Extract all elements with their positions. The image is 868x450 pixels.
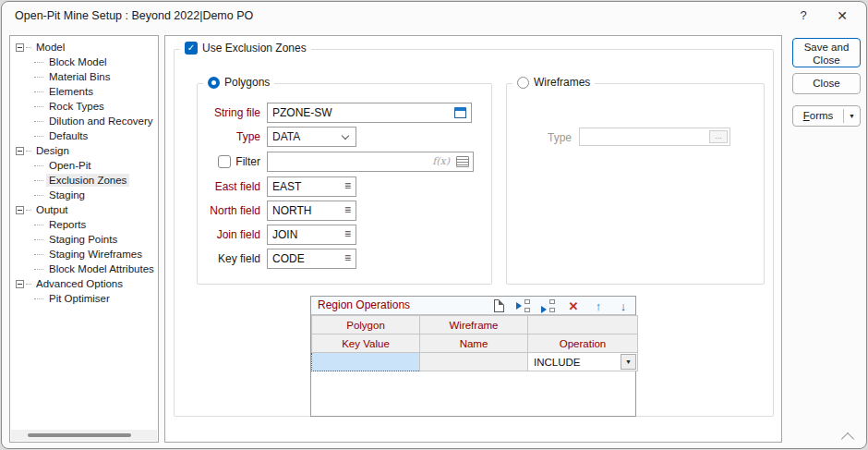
- move-up-icon[interactable]: ↑: [591, 298, 606, 313]
- tree-connector: [34, 91, 43, 92]
- scrollbar-thumb[interactable]: [28, 433, 131, 437]
- close-button[interactable]: Close: [792, 73, 861, 94]
- filter-label: Filter: [235, 152, 260, 172]
- tree-item-label: Elements: [46, 85, 96, 98]
- tree-item-label: Block Model Attributes: [46, 262, 157, 275]
- tree-item-block-model-attributes[interactable]: Block Model Attributes: [10, 261, 158, 276]
- polygons-legend[interactable]: Polygons: [203, 76, 274, 89]
- field-picker-icon[interactable]: ≡: [344, 227, 351, 240]
- key-value-cell[interactable]: [312, 353, 420, 371]
- tree-item-label: Staging: [46, 189, 88, 201]
- key-field-label: Key field: [198, 249, 260, 269]
- tree-item-rock-types[interactable]: Rock Types: [10, 99, 158, 114]
- insert-row-after-icon[interactable]: [541, 298, 556, 313]
- title-bar: Open-Pit Mine Setup : Beyond 2022|Demo P…: [2, 2, 866, 30]
- wireframes-radio[interactable]: [517, 77, 529, 89]
- tree-item-model[interactable]: Model: [10, 40, 158, 55]
- table-row: INCLUDE ▼: [312, 353, 638, 371]
- browse-window-icon[interactable]: [454, 107, 466, 118]
- wireframes-type-label: Type: [516, 128, 572, 148]
- tree-item-output[interactable]: Output: [10, 202, 158, 217]
- tree-connector: [34, 165, 43, 166]
- tree-item-elements[interactable]: Elements: [10, 84, 158, 99]
- filter-checkbox[interactable]: [218, 155, 231, 168]
- close-window-button[interactable]: ✕: [824, 2, 861, 30]
- group-header-row: Polygon Wireframe: [312, 316, 638, 334]
- tree-horizontal-scrollbar[interactable]: [11, 430, 157, 441]
- function-icon[interactable]: f(x): [432, 155, 450, 167]
- field-picker-icon[interactable]: ≡: [344, 251, 351, 264]
- type-dropdown-value: DATA: [272, 130, 300, 143]
- operation-cell[interactable]: INCLUDE ▼: [528, 353, 638, 371]
- forms-button-label: Forms: [793, 106, 843, 126]
- save-and-close-button[interactable]: Save and Close: [792, 38, 861, 67]
- settings-tree-panel: ModelBlock ModelMaterial BinsElementsRoc…: [9, 35, 159, 443]
- tree-item-label: Advanced Options: [33, 277, 126, 290]
- move-down-icon[interactable]: ↓: [616, 298, 631, 313]
- help-button[interactable]: ?: [785, 2, 822, 30]
- column-header-row: Key Value Name Operation: [312, 334, 638, 353]
- tree-item-label: Model: [33, 41, 67, 54]
- use-exclusion-zones-legend[interactable]: ✓ Use Exclusion Zones: [180, 42, 311, 55]
- wireframes-legend[interactable]: Wireframes: [512, 76, 595, 89]
- tree-item-staging-wireframes[interactable]: Staging Wireframes: [10, 247, 158, 261]
- tree-connector: [34, 121, 43, 122]
- field-list-icon[interactable]: [456, 156, 469, 167]
- tree-connector: [34, 254, 43, 255]
- use-exclusion-zones-label: Use Exclusion Zones: [202, 42, 307, 55]
- new-row-icon[interactable]: [491, 298, 506, 313]
- east-field-input[interactable]: [267, 176, 356, 197]
- chevron-down-icon: [342, 132, 349, 140]
- tree-item-dilution-and-recovery[interactable]: Dilution and Recovery: [10, 114, 158, 128]
- field-picker-icon[interactable]: ≡: [344, 203, 351, 216]
- region-operations-table: Region Operations ✕ ↑ ↓: [310, 296, 636, 417]
- tree-connector: [34, 136, 43, 137]
- collapse-icon[interactable]: [16, 206, 24, 214]
- east-field-label: East field: [198, 176, 260, 197]
- use-exclusion-zones-checkbox[interactable]: ✓: [185, 42, 198, 55]
- tree-item-defaults[interactable]: Defaults: [10, 128, 158, 143]
- tree-connector: [34, 62, 43, 63]
- key-value-column-header: Key Value: [312, 334, 420, 353]
- name-cell[interactable]: [420, 353, 528, 371]
- forms-dropdown-icon[interactable]: ▼: [844, 106, 860, 126]
- collapse-icon[interactable]: [16, 43, 24, 52]
- tree-item-open-pit[interactable]: Open-Pit: [10, 158, 158, 173]
- polygons-radio[interactable]: [208, 77, 220, 89]
- collapse-icon[interactable]: [16, 147, 24, 155]
- open-pit-mine-setup-dialog: Open-Pit Mine Setup : Beyond 2022|Demo P…: [1, 1, 867, 449]
- delete-row-icon[interactable]: ✕: [566, 298, 581, 313]
- tree-item-pit-optimiser[interactable]: Pit Optimiser: [10, 291, 158, 306]
- tree-item-design[interactable]: Design: [10, 143, 158, 158]
- join-field-label: Join field: [198, 225, 260, 245]
- insert-row-before-icon[interactable]: [516, 298, 531, 313]
- tree-item-advanced-options[interactable]: Advanced Options: [10, 276, 158, 291]
- north-field-label: North field: [198, 201, 260, 221]
- tree-item-staging[interactable]: Staging: [10, 188, 158, 202]
- string-file-input[interactable]: [267, 103, 472, 123]
- tree-item-exclusion-zones[interactable]: Exclusion Zones: [10, 173, 158, 188]
- tree-item-block-model[interactable]: Block Model: [10, 55, 158, 69]
- resize-grip[interactable]: [842, 432, 853, 439]
- key-field-input[interactable]: [267, 249, 356, 269]
- join-field-input[interactable]: [267, 225, 356, 245]
- region-operations-toolbar: ✕ ↑ ↓: [491, 297, 631, 315]
- collapse-icon[interactable]: [16, 280, 24, 288]
- tree-item-label: Reports: [46, 218, 89, 231]
- operation-dropdown-button[interactable]: ▼: [621, 354, 636, 370]
- north-field-input[interactable]: [267, 201, 356, 221]
- tree-item-staging-points[interactable]: Staging Points: [10, 232, 158, 247]
- field-picker-icon[interactable]: ≡: [344, 179, 351, 192]
- tree-connector: [34, 180, 43, 181]
- tree-item-material-bins[interactable]: Material Bins: [10, 69, 158, 84]
- use-exclusion-zones-group: ✓ Use Exclusion Zones Polygons String fi…: [174, 49, 774, 417]
- region-operations-title: Region Operations: [318, 298, 410, 311]
- type-dropdown[interactable]: DATA: [267, 127, 356, 147]
- tree-item-label: Exclusion Zones: [46, 174, 129, 187]
- tree-item-reports[interactable]: Reports: [10, 217, 158, 232]
- type-label: Type: [198, 127, 260, 147]
- forms-button[interactable]: Forms ▼: [792, 105, 861, 127]
- operation-value: INCLUDE: [534, 357, 580, 368]
- tree-connector: [26, 47, 31, 48]
- tree-item-label: Dilution and Recovery: [46, 115, 156, 128]
